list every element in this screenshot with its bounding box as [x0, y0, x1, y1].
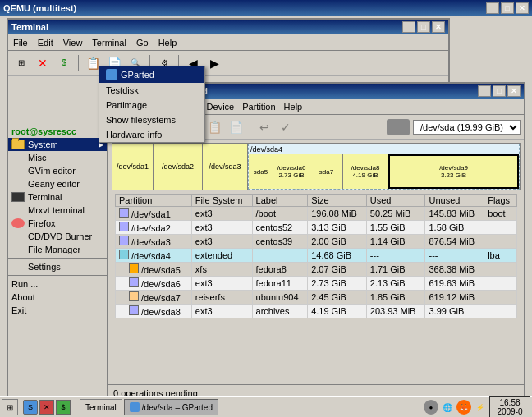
cell-used: 50.25 MiB: [366, 207, 425, 221]
launch-icon3[interactable]: $: [56, 400, 71, 415]
cell-flags: [484, 291, 517, 305]
table-row[interactable]: /dev/sda8 ext3 archives 4.19 GiB 203.93 …: [116, 305, 517, 318]
disk-part-sda8[interactable]: /dev/sda8 4.19 GiB: [343, 154, 388, 189]
disk-part-sda6-size: 2.73 GiB: [278, 172, 304, 179]
launch-icon2[interactable]: ✕: [39, 400, 54, 415]
clock-date: 2009-0: [493, 407, 526, 416]
gparted-apply-btn[interactable]: ✓: [276, 118, 296, 136]
fs-color-sda7: [129, 291, 139, 301]
submenu-item-gparted[interactable]: GParted: [99, 66, 204, 83]
fs-color-sda1: [119, 208, 129, 218]
terminal-minimize-btn[interactable]: _: [402, 21, 415, 33]
sidebar-item-terminal-label: Terminal: [28, 192, 62, 202]
menu-partition[interactable]: Partition: [242, 102, 275, 112]
submenu-item-testdisk[interactable]: Testdisk: [99, 83, 204, 98]
terminal-menu-view[interactable]: View: [63, 38, 83, 48]
qemu-maximize-btn[interactable]: □: [501, 2, 514, 14]
gparted-maximize-btn[interactable]: □: [493, 85, 506, 97]
table-row[interactable]: /dev/sda5 xfs fedora8 2.07 GiB 1.71 GiB …: [116, 263, 517, 277]
quick-launch: S ✕ $: [23, 400, 71, 415]
terminal-menu-edit[interactable]: Edit: [38, 38, 53, 48]
cell-used: 2.13 GiB: [366, 277, 425, 291]
tray-firefox-icon: 🦊: [456, 400, 471, 415]
system-folder-icon: [11, 140, 25, 149]
sidebar-item-cddvd[interactable]: CD/DVD Burner: [8, 230, 107, 243]
table-row[interactable]: /dev/sda6 ext3 fedora11 2.73 GiB 2.13 Gi…: [116, 277, 517, 291]
submenu-item-partimage[interactable]: Partimage: [99, 98, 204, 112]
gparted-close-btn[interactable]: ✕: [507, 85, 521, 97]
sidebar-item-mrxvt[interactable]: Mrxvt terminal: [8, 204, 107, 217]
terminal-menu-help[interactable]: Help: [158, 38, 177, 48]
taskbar-terminal[interactable]: Terminal: [80, 399, 122, 415]
disk-part-sda3[interactable]: /dev/sda3: [203, 144, 248, 190]
submenu-partimage-label: Partimage: [106, 100, 147, 110]
sidebar-item-mrxvt-label: Mrxvt terminal: [28, 205, 85, 215]
sidebar-item-settings[interactable]: Settings: [8, 260, 107, 273]
terminal-menu-go[interactable]: Go: [136, 38, 149, 48]
table-row[interactable]: /dev/sda7 reiserfs ubuntu904 2.45 GiB 1.…: [116, 291, 517, 305]
sidebar-item-geany[interactable]: Geany editor: [8, 177, 107, 190]
sidebar-item-firefox[interactable]: Firefox: [8, 217, 107, 230]
table-row[interactable]: /dev/sda2 ext3 centos52 3.13 GiB 1.55 Gi…: [116, 221, 517, 235]
mrxvt-icon: [11, 205, 25, 215]
submenu-item-showfs[interactable]: Show filesystems: [99, 112, 204, 127]
qemu-close-btn[interactable]: ✕: [516, 2, 529, 14]
cell-label: fedora8: [252, 263, 308, 277]
launch-icon1[interactable]: S: [23, 400, 38, 415]
sidebar-item-exit[interactable]: Exit: [8, 304, 107, 317]
cell-fs: reiserfs: [191, 291, 252, 305]
disk-part-sda7[interactable]: sda7: [310, 154, 343, 189]
table-row-extended[interactable]: /dev/sda4 extended 14.68 GiB --- --- lba: [116, 249, 517, 263]
cell-fs: ext3: [191, 207, 252, 221]
cell-unused: 3.99 GiB: [425, 305, 484, 318]
disk-part-sda2[interactable]: /dev/sda2: [154, 144, 203, 190]
terminal-close-btn[interactable]: ✕: [432, 21, 445, 33]
dollar-btn[interactable]: $: [54, 54, 74, 72]
sidebar-item-terminal[interactable]: Terminal: [8, 190, 107, 204]
disk-part-sda9[interactable]: /dev/sda9 3.23 GiB: [388, 154, 519, 189]
gparted-copy-btn[interactable]: 📋: [204, 118, 224, 136]
clock-time: 16:58: [493, 398, 526, 407]
terminal-menu-file[interactable]: File: [13, 38, 28, 48]
menu-device[interactable]: Device: [207, 102, 235, 112]
gparted-minimize-btn[interactable]: _: [478, 85, 491, 97]
cell-partition: /dev/sda8: [116, 305, 192, 318]
sidebar-item-run[interactable]: Run ...: [8, 277, 107, 291]
taskbar-gparted[interactable]: /dev/sda – GParted: [124, 399, 218, 415]
cell-size: 2.45 GiB: [308, 291, 367, 305]
cell-label: fedora11: [252, 277, 308, 291]
col-header-used: Used: [366, 195, 425, 207]
cell-size: 2.73 GiB: [308, 277, 367, 291]
submenu-item-hwinfo[interactable]: Hardware info: [99, 127, 204, 142]
table-row[interactable]: /dev/sda3 ext3 centos39 2.00 GiB 1.14 Gi…: [116, 235, 517, 249]
disk-part-sda4[interactable]: /dev/sda4 sda5 /dev/sda6 2.73 GiB sda7 /…: [248, 144, 520, 190]
cell-flags: [484, 221, 517, 235]
sidebar-item-misc[interactable]: Misc: [8, 151, 107, 164]
gparted-undo-btn[interactable]: ↩: [255, 118, 274, 136]
disk-part-sda5[interactable]: sda5: [249, 154, 273, 189]
start-icon[interactable]: ⊞: [2, 399, 18, 415]
close-tab-btn[interactable]: ✕: [33, 54, 53, 72]
sidebar-item-filemanager[interactable]: File Manager: [8, 243, 107, 256]
submenu-showfs-label: Show filesystems: [106, 115, 176, 125]
menu-help[interactable]: Help: [284, 102, 303, 112]
disk-icon: [387, 119, 410, 135]
terminal-maximize-btn[interactable]: □: [417, 21, 430, 33]
cell-used: 1.55 GiB: [366, 221, 425, 235]
fs-color-sda2: [119, 222, 129, 231]
sidebar-item-about[interactable]: About: [8, 291, 107, 304]
device-select[interactable]: /dev/sda (19.99 GiB): [413, 120, 521, 135]
gparted-paste-btn[interactable]: 📄: [226, 118, 245, 136]
new-tab-btn[interactable]: ⊞: [11, 54, 31, 72]
sidebar-item-system[interactable]: System ▶: [8, 138, 107, 151]
qemu-minimize-btn[interactable]: _: [486, 2, 499, 14]
next-btn[interactable]: ▶: [204, 54, 224, 72]
cell-fs: ext3: [191, 235, 252, 249]
disk-part-sda1[interactable]: /dev/sda1: [112, 144, 154, 190]
cell-used: 203.93 MiB: [366, 305, 425, 318]
disk-part-sda6[interactable]: /dev/sda6 2.73 GiB: [273, 154, 310, 189]
sidebar-item-gvim[interactable]: GVim editor: [8, 164, 107, 177]
sidebar-item-settings-label: Settings: [28, 262, 61, 272]
table-row[interactable]: /dev/sda1 ext3 /boot 196.08 MiB 50.25 Mi…: [116, 207, 517, 221]
terminal-menu-terminal[interactable]: Terminal: [92, 38, 126, 48]
